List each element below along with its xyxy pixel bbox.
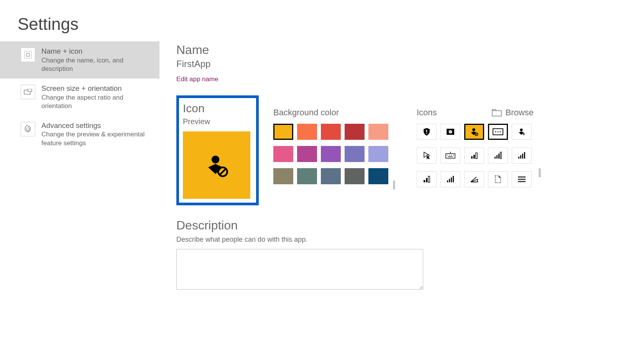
sidebar-item-name-icon[interactable]: Name + icon Change the name, icon, and d… (0, 41, 159, 79)
browse-label: Browse (506, 108, 534, 118)
svg-rect-41 (428, 176, 430, 182)
icons-scrollbar[interactable] (539, 168, 541, 177)
svg-rect-28 (471, 156, 473, 159)
icon-heading: Icon (183, 102, 252, 115)
user-block-icon (203, 152, 230, 179)
icon-preview-label: Preview (183, 117, 252, 126)
name-heading: Name (176, 43, 644, 57)
svg-rect-33 (498, 154, 499, 159)
app-name-value: FirstApp (176, 59, 644, 69)
sidebar-item-desc: Change the preview & experimental featur… (41, 130, 153, 147)
svg-rect-38 (524, 152, 525, 159)
color-swatch[interactable] (368, 124, 388, 140)
browse-button[interactable]: Browse (492, 108, 534, 118)
svg-rect-29 (473, 155, 475, 159)
svg-rect-3 (28, 89, 32, 92)
sidebar-item-title: Screen size + orientation (41, 84, 153, 93)
color-swatch[interactable] (368, 168, 388, 184)
svg-rect-31 (495, 157, 496, 159)
svg-rect-0 (25, 51, 31, 58)
sidebar-item-text: Advanced settings Change the preview & e… (41, 121, 153, 147)
description-hint: Describe what people can do with this ap… (176, 236, 644, 244)
svg-rect-7 (492, 111, 501, 116)
gear-icon (21, 122, 35, 136)
svg-rect-21 (446, 154, 455, 158)
bars-4b-icon[interactable] (440, 171, 460, 187)
svg-rect-39 (424, 180, 425, 182)
icons-section: Icons Browse (417, 95, 534, 205)
svg-rect-43 (449, 179, 450, 182)
icon-section-highlight: Icon Preview (176, 95, 259, 205)
bars-4-icon[interactable] (512, 147, 532, 164)
svg-rect-44 (451, 177, 452, 182)
svg-rect-32 (496, 155, 498, 159)
svg-point-16 (498, 131, 499, 133)
svg-rect-40 (426, 178, 427, 182)
svg-rect-45 (453, 176, 454, 182)
sidebar-item-title: Name + icon (41, 47, 153, 56)
svg-rect-30 (476, 153, 477, 159)
color-swatch[interactable] (345, 168, 365, 184)
color-swatch[interactable] (273, 124, 293, 140)
bgcolor-scrollbar[interactable] (393, 180, 395, 190)
sidebar-item-advanced[interactable]: Advanced settings Change the preview & e… (0, 116, 159, 153)
svg-point-17 (500, 131, 501, 133)
icon-grid (417, 124, 534, 187)
color-swatch[interactable] (321, 168, 341, 184)
shield-alert-icon[interactable] (417, 124, 437, 140)
color-swatch[interactable] (321, 124, 341, 140)
main-content: Name FirstApp Edit app name Icon Preview (159, 41, 644, 291)
svg-rect-34 (500, 152, 501, 159)
svg-point-11 (472, 128, 475, 131)
name-section: Name FirstApp Edit app name (176, 43, 644, 83)
user-block-icon[interactable] (464, 124, 484, 140)
color-swatch[interactable] (273, 168, 293, 184)
wedge-icon[interactable] (464, 171, 484, 187)
icons-header: Icons Browse (417, 108, 534, 118)
svg-rect-9 (426, 133, 427, 134)
sidebar-item-desc: Change the aspect ratio and orientation (41, 93, 153, 110)
svg-rect-42 (447, 180, 448, 182)
refresh-card-icon[interactable] (440, 124, 460, 140)
edit-app-name-link[interactable]: Edit app name (176, 75, 219, 83)
icon-preview-tile (183, 131, 250, 199)
color-swatch[interactable] (368, 146, 388, 162)
bars-3-icon[interactable] (488, 147, 508, 164)
svg-line-46 (471, 177, 476, 182)
svg-point-18 (520, 129, 523, 131)
sidebar-item-screen-size[interactable]: Screen size + orientation Change the asp… (0, 79, 159, 116)
folder-icon (492, 109, 502, 116)
grid-icon (21, 48, 35, 62)
bgcolor-heading: Background color (273, 108, 388, 118)
bgcolor-section: Background color (273, 95, 388, 205)
menu-lines-icon[interactable] (512, 171, 532, 187)
svg-point-15 (495, 131, 496, 133)
color-swatch[interactable] (321, 146, 341, 162)
color-swatch[interactable] (345, 146, 365, 162)
color-swatch[interactable] (297, 168, 317, 184)
sidebar-item-text: Name + icon Change the name, icon, and d… (41, 47, 153, 73)
page-dashed-icon[interactable] (488, 171, 508, 187)
user-add-icon[interactable] (512, 124, 532, 140)
svg-line-13 (475, 133, 477, 135)
page-title: Settings (0, 0, 644, 41)
description-heading: Description (176, 218, 644, 233)
pointer-click-icon[interactable] (417, 147, 437, 164)
sidebar-item-title: Advanced settings (41, 121, 153, 131)
color-swatch[interactable] (297, 146, 317, 162)
bars-2-icon[interactable] (464, 147, 484, 164)
keyboard-icon[interactable] (440, 147, 460, 164)
icon-row: Icon Preview Background color (176, 95, 644, 205)
color-swatch[interactable] (273, 146, 293, 162)
bgcolor-grid (273, 124, 388, 184)
bars-3b-icon[interactable] (417, 171, 437, 187)
svg-rect-36 (520, 155, 521, 159)
card-dots-icon[interactable] (488, 124, 508, 140)
sidebar: Name + icon Change the name, icon, and d… (0, 41, 159, 291)
svg-rect-1 (26, 53, 30, 56)
description-textarea[interactable] (176, 249, 423, 290)
description-section: Description Describe what people can do … (176, 218, 644, 291)
svg-point-4 (212, 156, 219, 163)
color-swatch[interactable] (297, 124, 317, 140)
color-swatch[interactable] (345, 124, 365, 140)
